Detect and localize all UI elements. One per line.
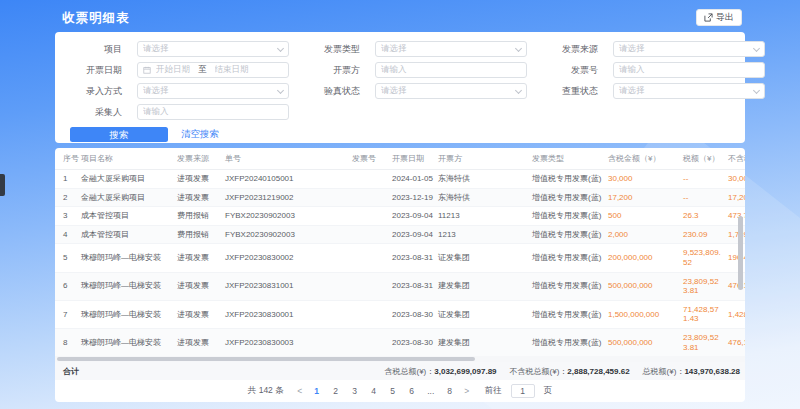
cell-project: 珠穆朗玛峰—电梯安装 bbox=[81, 328, 177, 356]
cell-type: 增值税专用发票(蓝) bbox=[532, 244, 608, 272]
cell-issuer: 11213 bbox=[438, 207, 532, 226]
cell-no: 4 bbox=[55, 225, 81, 244]
summary-totals: 含税总额(¥)：3,032,699,097.89 不含税总额(¥)：2,888,… bbox=[384, 366, 745, 377]
cell-tax: 230.09 bbox=[683, 225, 728, 244]
next-page-button[interactable]: > bbox=[462, 386, 472, 396]
cell-no: 8 bbox=[55, 328, 81, 356]
search-button[interactable]: 搜索 bbox=[70, 127, 168, 142]
cell-issuer: 建发集团 bbox=[438, 328, 532, 356]
cell-project: 珠穆朗玛峰—电梯安装 bbox=[81, 300, 177, 328]
column-header-8: 含税金额（¥） bbox=[608, 148, 683, 170]
filter-label-entry-method: 录入方式 bbox=[59, 83, 129, 99]
page-button-5[interactable]: 5 bbox=[386, 384, 400, 398]
column-header-2: 发票来源 bbox=[177, 148, 225, 170]
filter-label-invoice-no: 发票号 bbox=[535, 62, 605, 78]
total-with-tax: 含税总额(¥)：3,032,699,097.89 bbox=[384, 366, 496, 377]
filter-select-entry-method[interactable]: 请选择 bbox=[137, 83, 289, 99]
table-row: 4成本管控项目费用报销FYBX202309020032023-09-041213… bbox=[55, 225, 745, 244]
filter-label-invoice-type: 发票类型 bbox=[297, 41, 367, 57]
chevron-down-icon bbox=[277, 86, 284, 93]
cell-tax: 23,809,523.81 bbox=[683, 272, 728, 300]
cell-date: 2024-01-05 bbox=[392, 170, 438, 189]
page-button-6[interactable]: 6 bbox=[405, 384, 419, 398]
vertical-scrollbar-thumb[interactable] bbox=[738, 216, 743, 290]
cell-tax: 26.3 bbox=[683, 207, 728, 226]
clear-search-link[interactable]: 清空搜索 bbox=[181, 128, 219, 141]
cell-source: 进项发票 bbox=[177, 188, 225, 207]
column-header-5: 开票日期 bbox=[392, 148, 438, 170]
table-row: 8珠穆朗玛峰—电梯安装进项发票JXFP202308300032023-08-30… bbox=[55, 328, 745, 356]
cell-date: 2023-08-30 bbox=[392, 328, 438, 356]
page-button-1[interactable]: 1 bbox=[310, 384, 324, 398]
cell-type: 增值税专用发票(蓝) bbox=[532, 328, 608, 356]
cell-issuer: 东海特供 bbox=[438, 188, 532, 207]
cell-amount_with_tax: 30,000 bbox=[608, 170, 683, 189]
side-tab[interactable] bbox=[0, 174, 5, 196]
cell-tax: 71,428,571.43 bbox=[683, 300, 728, 328]
filter-select-project[interactable]: 请选择 bbox=[137, 41, 289, 57]
cell-invoice_no bbox=[352, 300, 392, 328]
filter-select-invoice-type[interactable]: 请选择 bbox=[375, 41, 527, 57]
cell-source: 进项发票 bbox=[177, 244, 225, 272]
cell-no: 1 bbox=[55, 170, 81, 189]
page-button-2[interactable]: 2 bbox=[329, 384, 343, 398]
chevron-down-icon bbox=[277, 44, 284, 51]
chevron-down-icon bbox=[515, 44, 522, 51]
cell-project: 珠穆朗玛峰—电梯安装 bbox=[81, 244, 177, 272]
table-row: 5珠穆朗玛峰—电梯安装进项发票JXFP202308300022023-08-31… bbox=[55, 244, 745, 272]
cell-no: 3 bbox=[55, 207, 81, 226]
cell-issuer: 东海特供 bbox=[438, 170, 532, 189]
cell-invoice_no bbox=[352, 225, 392, 244]
cell-date: 2023-12-19 bbox=[392, 188, 438, 207]
cell-order_no: JXFP20230830001 bbox=[225, 300, 352, 328]
page-background: 收票明细表 导出 项目请选择发票类型请选择发票来源请选择开票日期开始日期至结束日… bbox=[0, 0, 800, 409]
cell-amount_without_tax: 1,428,571,428.57 bbox=[728, 300, 745, 328]
horizontal-scrollbar-thumb[interactable] bbox=[57, 357, 475, 361]
cell-invoice_no bbox=[352, 207, 392, 226]
page-button-8[interactable]: 8 bbox=[443, 384, 457, 398]
cell-amount_with_tax: 1,500,000,000 bbox=[608, 300, 683, 328]
total-tax: 总税额(¥)：143,970,638.28 bbox=[643, 366, 740, 377]
cell-amount_without_tax: 17,200 bbox=[728, 188, 745, 207]
cell-invoice_no bbox=[352, 244, 392, 272]
filter-select-invoice-source[interactable]: 请选择 bbox=[613, 41, 765, 57]
export-button[interactable]: 导出 bbox=[696, 9, 742, 26]
page-button-4[interactable]: 4 bbox=[367, 384, 381, 398]
cell-type: 增值税专用发票(蓝) bbox=[532, 300, 608, 328]
cell-amount_with_tax: 200,000,000 bbox=[608, 244, 683, 272]
column-header-4: 发票号 bbox=[352, 148, 392, 170]
filter-label-invoice-source: 发票来源 bbox=[535, 41, 605, 57]
cell-invoice_no bbox=[352, 328, 392, 356]
filter-grid: 项目请选择发票类型请选择发票来源请选择开票日期开始日期至结束日期开票方请输入发票… bbox=[55, 32, 745, 120]
column-header-7: 发票类型 bbox=[532, 148, 608, 170]
filter-actions: 搜索 清空搜索 bbox=[55, 127, 745, 142]
filter-select-dup-status[interactable]: 请选择 bbox=[613, 83, 765, 99]
filter-daterange-invoice-date[interactable]: 开始日期至结束日期 bbox=[137, 62, 289, 78]
filter-label-dup-status: 查重状态 bbox=[535, 83, 605, 99]
filter-input-invoice-no[interactable]: 请输入 bbox=[613, 62, 765, 78]
cell-type: 增值税专用发票(蓝) bbox=[532, 225, 608, 244]
filter-input-collector[interactable]: 请输入 bbox=[137, 104, 289, 120]
cell-date: 2023-08-31 bbox=[392, 272, 438, 300]
invoice-table: 序号项目名称发票来源单号发票号开票日期开票方发票类型含税金额（¥）税额（¥）不含… bbox=[55, 148, 745, 356]
table-row: 7珠穆朗玛峰—电梯安装进项发票JXFP202308300012023-08-30… bbox=[55, 300, 745, 328]
cell-amount_without_tax: 476,190,476.19 bbox=[728, 328, 745, 356]
total-with-tax-label: 含税总额(¥)： bbox=[384, 367, 434, 376]
column-header-10: 不含税金额（¥） bbox=[728, 148, 745, 170]
cell-tax: -- bbox=[683, 170, 728, 189]
cell-source: 费用报销 bbox=[177, 207, 225, 226]
filter-input-issuer[interactable]: 请输入 bbox=[375, 62, 527, 78]
cell-no: 5 bbox=[55, 244, 81, 272]
filter-select-verify-status[interactable]: 请选择 bbox=[375, 83, 527, 99]
cell-amount_with_tax: 2,000 bbox=[608, 225, 683, 244]
table-scroll-area: 序号项目名称发票来源单号发票号开票日期开票方发票类型含税金额（¥）税额（¥）不含… bbox=[55, 148, 745, 356]
goto-page-input[interactable] bbox=[511, 384, 535, 398]
page-button-3[interactable]: 3 bbox=[348, 384, 362, 398]
cell-no: 2 bbox=[55, 188, 81, 207]
column-header-6: 开票方 bbox=[438, 148, 532, 170]
prev-page-button[interactable]: < bbox=[295, 386, 305, 396]
cell-order_no: JXFP20230831001 bbox=[225, 272, 352, 300]
cell-source: 进项发票 bbox=[177, 170, 225, 189]
cell-source: 进项发票 bbox=[177, 272, 225, 300]
cell-order_no: JXFP20230830002 bbox=[225, 244, 352, 272]
